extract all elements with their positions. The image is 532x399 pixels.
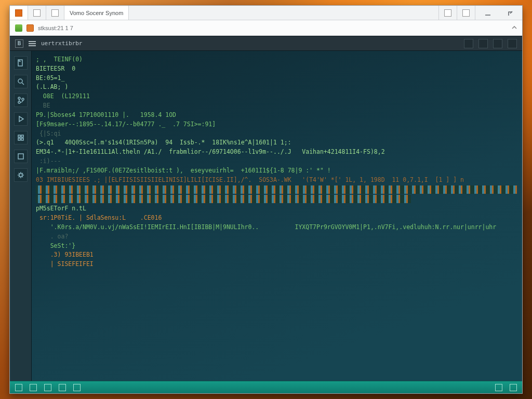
code-line: ; , TEINF(0) <box>36 56 83 63</box>
code-area[interactable]: ; , TEINF(0) BIETEESR 0 BE:05=1_ (.L.AB;… <box>32 51 522 381</box>
tab-new-2[interactable] <box>46 6 64 20</box>
titlebar-spacer <box>129 6 438 20</box>
editor: B uertrxtibrbr ; , TEINF(0) BIETEESR 0 B… <box>10 36 522 393</box>
svg-point-14 <box>19 174 22 177</box>
svg-point-5 <box>18 97 20 99</box>
editor-body: ; , TEINF(0) BIETEESR 0 BE:05=1_ (.L.AB;… <box>10 51 522 381</box>
code-line: P9.|Sboses4 17P10O01110 |. 1958.4 1OD <box>36 111 176 118</box>
tab-title[interactable]: Vomo Socenr Synom <box>64 6 129 20</box>
svg-rect-11 <box>18 138 20 140</box>
status-bar <box>10 381 522 393</box>
code-line: (>.q1 40Q0Ssc=[.m's1s4(1RISn5Pa) 94 Issb… <box>36 139 291 146</box>
code-line: 03 IMIBIUESIEES .; |[ELFIISISIISIIELINIS… <box>36 176 464 183</box>
svg-rect-12 <box>21 138 23 140</box>
code-line: . oa? <box>36 233 68 240</box>
code-line: '.K0rs.a/NM0V.u.vj/nWaSsEI!IEMIrEII.HnI[… <box>36 223 496 231</box>
status-icon[interactable] <box>15 384 22 391</box>
tab-app-icon[interactable] <box>10 6 28 20</box>
minimize-button[interactable] <box>481 6 495 20</box>
status-icon[interactable] <box>73 384 81 391</box>
code-line: BE:05=1_ <box>36 74 64 82</box>
toolbar-split-button[interactable] <box>478 39 488 48</box>
svg-rect-2 <box>18 60 22 66</box>
window-controls <box>475 6 522 20</box>
app-window: Vomo Socenr Synom stksust:21 1 7 <box>9 5 523 394</box>
svg-rect-13 <box>18 154 23 159</box>
logo-badge-icon: B <box>15 39 23 48</box>
code-line: EM34-.*-|1+-I1e1611L1Al.theln /A1./ frab… <box>36 148 385 155</box>
svg-rect-9 <box>18 135 20 137</box>
tab-new[interactable] <box>28 6 46 20</box>
toolbar-more-button[interactable] <box>493 39 502 48</box>
binary-stripe <box>36 185 517 194</box>
code-line: sr:1P0TiE. | SdlaSensu:L .CE016 <box>36 214 162 221</box>
activity-bar <box>10 51 32 381</box>
address-bar: stksust:21 1 7 <box>10 20 522 36</box>
status-icon[interactable] <box>44 384 51 391</box>
svg-point-6 <box>18 101 20 103</box>
code-line: O8E (L129111 <box>36 92 90 100</box>
window-title: Vomo Socenr Synom <box>70 10 123 16</box>
maximize-button[interactable] <box>502 6 517 20</box>
hamburger-menu-icon[interactable] <box>29 41 36 46</box>
square-icon <box>462 9 470 17</box>
tab-aux-2[interactable] <box>457 6 475 20</box>
svg-line-4 <box>22 83 24 85</box>
toolbar-menu-button[interactable] <box>508 39 517 48</box>
svg-rect-10 <box>21 135 23 137</box>
editor-tabbar: B uertrxtibrbr <box>10 36 522 51</box>
activity-grid-button[interactable] <box>14 150 28 163</box>
code-line: BIETEESR 0 <box>36 65 75 72</box>
code-line: BE <box>36 102 50 109</box>
svg-point-7 <box>22 98 24 100</box>
tab-aux-1[interactable] <box>438 6 457 20</box>
svg-point-3 <box>18 79 22 83</box>
code-line: pM5sETorF n.tL <box>36 205 86 212</box>
code-line: | SISEFEIFEI <box>36 260 94 268</box>
code-pre: ; , TEINF(0) BIETEESR 0 BE:05=1_ (.L.AB;… <box>36 55 517 269</box>
activity-debug-button[interactable] <box>14 112 28 126</box>
code-line: |F.mraibln;/ ,F1S0OF.(0E7Zesitlboist:t )… <box>36 167 331 174</box>
status-icon[interactable] <box>30 384 37 391</box>
activity-branch-button[interactable] <box>14 94 28 107</box>
activity-ext-button[interactable] <box>14 131 28 144</box>
status-icon[interactable] <box>59 384 66 391</box>
code-line: .3) 93IBEEB1 <box>36 251 94 258</box>
code-line: {|S:qi <box>36 130 61 137</box>
activity-settings-button[interactable] <box>14 168 28 182</box>
editor-tab-label[interactable]: uertrxtibrbr <box>41 40 82 47</box>
svg-marker-8 <box>19 116 23 122</box>
status-right-icon[interactable] <box>495 384 502 391</box>
code-line: SeSt:'} <box>36 242 75 249</box>
binary-stripe <box>36 195 411 203</box>
code-line: :i)--- <box>36 157 61 165</box>
status-right-icon[interactable] <box>510 384 517 391</box>
titlebar: Vomo Socenr Synom <box>10 6 522 20</box>
blank-tab-icon <box>51 9 59 17</box>
square-icon <box>444 9 451 17</box>
favicon-icon <box>15 24 22 32</box>
code-line: (.L.AB; ) <box>36 83 68 90</box>
address-dropdown[interactable] <box>510 20 517 36</box>
address-path: stksust:21 1 7 <box>38 25 73 31</box>
activity-files-button[interactable] <box>14 56 28 70</box>
file-icon <box>26 24 34 32</box>
code-line: [Fs9msaer--:1895--.14.17/--b04777 ._ .7 … <box>36 121 216 128</box>
blank-tab-icon <box>33 9 41 17</box>
app-icon <box>15 9 22 17</box>
toolbar-panel-button[interactable] <box>464 39 473 48</box>
activity-search-button[interactable] <box>14 75 28 88</box>
